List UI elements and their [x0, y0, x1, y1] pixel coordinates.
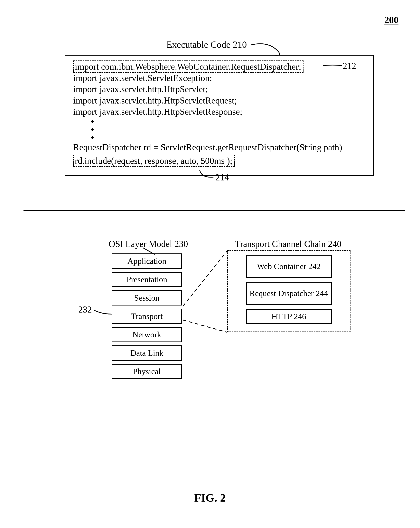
- code-line-import-dashed: import com.ibm.Websphere.WebContainer.Re…: [73, 61, 365, 72]
- page: 200 Executable Code 210 import com.ibm.W…: [0, 0, 420, 528]
- code-line: import javax.servlet.http.HttpServletReq…: [73, 95, 365, 106]
- code-line-include-dashed: rd.include(request, response, auto, 500m…: [73, 155, 365, 167]
- lower-connectors-svg: [0, 239, 420, 395]
- tcc-http: HTTP 246: [246, 309, 332, 324]
- osi-model-title: OSI Layer Model 230: [109, 239, 188, 249]
- ellipsis-dots: •••: [73, 117, 365, 142]
- reference-212-label: 212: [343, 61, 356, 71]
- osi-layer-application: Application: [111, 253, 182, 269]
- lower-section: OSI Layer Model 230 Transport Channel Ch…: [0, 239, 420, 454]
- osi-layer-physical: Physical: [111, 364, 182, 379]
- osi-layer-presentation: Presentation: [111, 272, 182, 287]
- osi-layer-session: Session: [111, 290, 182, 305]
- executable-code-label-area: Executable Code 210: [166, 39, 247, 50]
- executable-code-label: Executable Code 210: [166, 39, 247, 50]
- code-line: import javax.servlet.http.HttpServletRes…: [73, 106, 365, 117]
- svg-line-1: [183, 251, 227, 306]
- osi-layer-network: Network: [111, 327, 182, 342]
- osi-layer-transport: Transport: [111, 309, 182, 324]
- osi-layer-datalink: Data Link: [111, 345, 182, 361]
- transport-channel-chain-box: Web Container 242 Request Dispatcher 244…: [227, 250, 350, 332]
- executable-code-box: import com.ibm.Websphere.WebContainer.Re…: [65, 55, 374, 176]
- code-line: import javax.servlet.ServletException;: [73, 72, 365, 84]
- reference-232-label: 232: [78, 304, 92, 315]
- horizontal-divider: [24, 210, 405, 211]
- reference-214-label: 214: [215, 172, 229, 183]
- figure-reference-number: 200: [384, 14, 398, 25]
- tcc-web-container: Web Container 242: [246, 255, 332, 278]
- dashed-import-line: import com.ibm.Websphere.WebContainer.Re…: [73, 60, 304, 73]
- osi-layer-stack: Application Presentation Session Transpo…: [111, 253, 182, 382]
- figure-caption: FIG. 2: [0, 491, 420, 504]
- code-line: RequestDispatcher rd = ServletRequest.ge…: [73, 142, 365, 153]
- code-line: import javax.servlet.http.HttpServlet;: [73, 84, 365, 95]
- transport-channel-chain-title: Transport Channel Chain 240: [235, 239, 342, 249]
- dashed-include-line: rd.include(request, response, auto, 500m…: [73, 155, 235, 167]
- tcc-request-dispatcher: Request Dispatcher 244: [246, 282, 332, 305]
- svg-line-2: [183, 320, 227, 332]
